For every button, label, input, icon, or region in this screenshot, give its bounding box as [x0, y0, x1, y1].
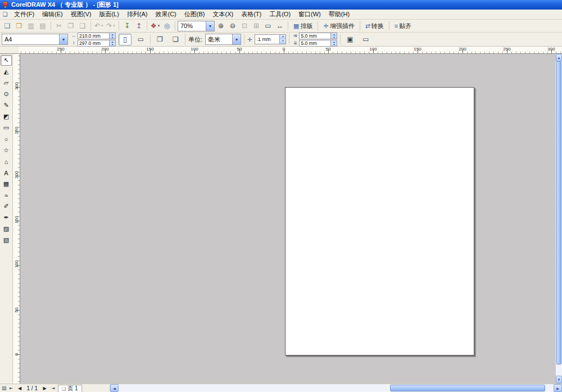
nudge-offset-field[interactable]: .1 mm ▴▾ — [255, 34, 286, 44]
scroll-left-button[interactable]: ◀ — [110, 384, 119, 392]
horizontal-scroll-thumb[interactable] — [390, 385, 545, 391]
drawing-canvas[interactable] — [20, 54, 555, 384]
zoom-to-page-width-button[interactable]: ↔ — [274, 21, 285, 31]
menu-view[interactable]: 视图(V) — [67, 10, 96, 19]
cut-button[interactable]: ✂ — [53, 21, 65, 31]
menu-effects[interactable]: 效果(C) — [152, 10, 180, 19]
shape-tool[interactable]: ◭ — [1, 66, 12, 77]
vertical-scrollbar[interactable]: ▲ ▼ — [555, 54, 562, 384]
page-tab[interactable]: ❏ 页 1 — [58, 385, 82, 392]
zoom-to-page-button[interactable]: ▭ — [262, 21, 274, 31]
fill-tool[interactable]: ▨ — [1, 224, 12, 234]
menu-tools[interactable]: 工具(O) — [265, 10, 294, 19]
convert-button[interactable]: ⇄ 转换 — [362, 21, 387, 31]
units-combo[interactable]: 毫米 ▾ — [205, 34, 241, 45]
chevron-down-icon[interactable]: ▾ — [113, 24, 115, 28]
portrait-orientation-button[interactable]: ▯ — [119, 34, 132, 45]
chevron-down-icon[interactable]: ▾ — [158, 24, 160, 28]
pick-tool[interactable]: ↖ — [1, 55, 12, 66]
landscape-orientation-button[interactable]: ▭ — [134, 34, 147, 45]
menu-layout[interactable]: 版面(L) — [95, 10, 123, 19]
rectangle-tool[interactable]: ▭ — [1, 122, 12, 133]
polygon-tool[interactable]: ☆ — [1, 145, 12, 156]
print-button[interactable]: ▤ — [37, 21, 48, 31]
zoom-tool[interactable]: ⊙ — [1, 89, 12, 99]
menu-window[interactable]: 窗口(W) — [294, 10, 325, 19]
interactive-fill-tool[interactable]: ▧ — [1, 235, 12, 245]
smart-fill-tool[interactable]: ◩ — [1, 111, 12, 122]
spin-down-icon[interactable]: ▾ — [331, 36, 337, 39]
ellipse-tool[interactable]: ○ — [1, 134, 12, 144]
previous-page-button[interactable]: ◀ — [16, 385, 24, 391]
scroll-up-button[interactable]: ▲ — [556, 54, 562, 62]
redo-button[interactable]: ↷ ▾ — [105, 21, 116, 31]
last-page-button[interactable]: ⇥ — [49, 385, 57, 391]
open-button[interactable]: ❒ — [13, 21, 25, 31]
new-document-button[interactable]: ❏ — [2, 21, 13, 31]
menu-bitmaps[interactable]: 位图(B) — [180, 10, 209, 19]
welcome-screen-button[interactable]: ◎ — [161, 21, 173, 31]
chevron-down-icon[interactable]: ▾ — [206, 21, 214, 31]
paper-width-field[interactable]: 210.0 mm ▴▾ — [78, 33, 116, 39]
table-tool[interactable]: ▦ — [1, 179, 12, 189]
save-button[interactable]: ▥ — [25, 21, 37, 31]
menu-help[interactable]: 帮助(H) — [325, 10, 353, 19]
paper-height-value: 297.0 mm — [79, 40, 109, 46]
spin-down-icon[interactable]: ▾ — [280, 39, 285, 44]
menu-edit[interactable]: 编辑(E) — [38, 10, 67, 19]
snap-button[interactable]: ≡ 贴齐 — [392, 21, 414, 31]
outline-pen-tool[interactable]: ✒ — [1, 212, 12, 223]
page-sorter-icon[interactable]: ▤ — [2, 385, 7, 391]
zoom-in-button[interactable]: ⊕ — [215, 21, 226, 31]
zoom-out-button[interactable]: ⊖ — [227, 21, 238, 31]
spin-down-icon[interactable]: ▾ — [110, 43, 115, 46]
zoom-level-combo[interactable]: 70% ▾ — [178, 21, 215, 31]
eyedropper-tool[interactable]: ✐ — [1, 201, 12, 212]
convert-button-icon: ⇄ — [365, 23, 370, 29]
menu-file[interactable]: 文件(F) — [10, 10, 38, 19]
duplicate-x-field[interactable]: 5.0 mm ▴▾ — [299, 33, 337, 39]
paste-button[interactable]: ❑ — [77, 21, 88, 31]
vertical-ruler[interactable]: 300250200150100500 — [13, 54, 20, 384]
horizontal-ruler[interactable]: 25020015010050050100150200250300 — [19, 47, 562, 54]
page-border-button[interactable]: ▣ — [343, 34, 356, 45]
application-launcher-button[interactable]: ❖ ▾ — [149, 21, 161, 31]
zoom-to-all-objects-button[interactable]: ⊞ — [251, 21, 262, 31]
paper-height-field[interactable]: 297.0 mm ▴▾ — [78, 40, 116, 47]
page[interactable] — [285, 87, 474, 355]
chevron-down-icon[interactable]: ▾ — [232, 34, 241, 44]
freehand-tool[interactable]: ✎ — [1, 100, 12, 111]
text-tool[interactable]: A — [1, 167, 12, 178]
horizontal-scrollbar[interactable]: ◀ ▶ — [110, 384, 562, 392]
paper-size-combo[interactable]: A4 ▾ — [2, 34, 68, 45]
chevron-down-icon[interactable]: ▾ — [101, 24, 103, 28]
spin-down-icon[interactable]: ▾ — [331, 43, 337, 46]
typesetting-button[interactable]: ▦ 排版 — [291, 21, 315, 31]
page-tab-label: 页 1 — [67, 385, 78, 392]
all-pages-layout-button[interactable]: ❐ — [153, 34, 166, 45]
next-page-button[interactable]: ▶ — [41, 385, 48, 391]
chevron-down-icon[interactable]: ▾ — [59, 34, 67, 44]
menu-text[interactable]: 文本(X) — [209, 10, 237, 19]
zoom-to-selection-button[interactable]: ⊡ — [239, 21, 250, 31]
undo-button[interactable]: ↶ ▾ — [93, 21, 105, 31]
interactive-blend-tool[interactable]: ≈ — [1, 190, 12, 200]
copy-button[interactable]: ❐ — [65, 21, 76, 31]
import-button[interactable]: ↧ — [121, 21, 133, 31]
export-button[interactable]: ↥ — [133, 21, 144, 31]
spin-down-icon[interactable]: ▾ — [110, 36, 115, 39]
toolbar-separator — [90, 21, 91, 30]
first-page-button[interactable]: ⇤ — [8, 385, 15, 391]
menu-arrange[interactable]: 排列(A) — [123, 10, 152, 19]
enhanced-plugins-button[interactable]: ✛ 增强插件 — [320, 21, 357, 31]
menu-table[interactable]: 表格(T) — [237, 10, 265, 19]
current-page-layout-button[interactable]: ❏ — [169, 34, 182, 45]
crop-tool[interactable]: ▱ — [1, 78, 12, 88]
vertical-scroll-thumb[interactable] — [556, 61, 561, 364]
scroll-right-button[interactable]: ▶ — [554, 384, 562, 392]
basic-shapes-tool[interactable]: ⌂ — [1, 156, 12, 167]
duplicate-y-field[interactable]: 5.0 mm ▴▾ — [299, 40, 337, 47]
duplicate-y-icon: ⇊ — [292, 40, 298, 45]
page-bleed-button[interactable]: ▭ — [359, 34, 372, 45]
scroll-down-button[interactable]: ▼ — [556, 376, 562, 384]
